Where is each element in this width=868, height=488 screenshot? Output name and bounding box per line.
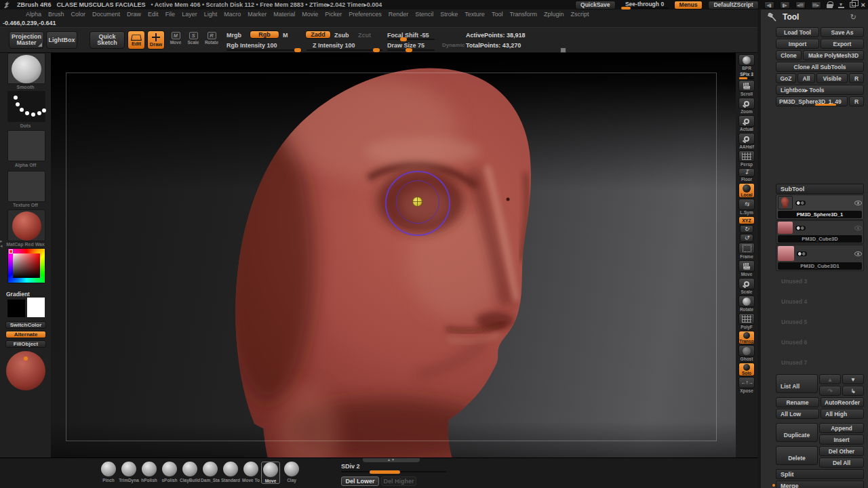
subtool-1-toggle-icon[interactable]: [795, 201, 806, 205]
sdiv-slider-label[interactable]: SDiv 2: [341, 463, 360, 470]
tool-restore-icon[interactable]: ↻: [850, 13, 856, 22]
duplicate-button[interactable]: Duplicate: [776, 423, 818, 442]
material-thumbnail[interactable]: [7, 209, 45, 241]
subtool-1-thumbnail[interactable]: [778, 196, 793, 209]
lightbox-tools-button[interactable]: Lightbox▸ Tools: [776, 85, 864, 95]
menu-edit[interactable]: Edit: [148, 11, 159, 18]
goz-all-button[interactable]: All: [797, 73, 815, 83]
del-other-button[interactable]: Del Other: [819, 446, 864, 456]
merge-section-header[interactable]: Merge: [776, 481, 864, 488]
rename-button[interactable]: Rename: [776, 397, 819, 407]
brush-spolish[interactable]: sPolish: [160, 462, 179, 483]
menu-light[interactable]: Light: [204, 11, 218, 18]
menu-layer[interactable]: Layer: [182, 11, 197, 18]
z-intensity-slider[interactable]: [307, 49, 382, 51]
color-picker-square[interactable]: [13, 253, 40, 278]
clone-all-subtools-button[interactable]: Clone All SubTools: [776, 62, 864, 72]
alternate-button[interactable]: Alternate: [5, 331, 46, 338]
brush-pinch[interactable]: Pinch: [99, 462, 118, 483]
subtool-down-button[interactable]: ▼: [842, 374, 864, 384]
scroll-button[interactable]: Scroll: [738, 80, 755, 97]
solo-button[interactable]: Solo: [738, 363, 755, 376]
switch-color-button[interactable]: SwitchColor: [5, 321, 46, 329]
menu-render[interactable]: Render: [389, 11, 409, 18]
scale-3d-button[interactable]: Scale: [738, 278, 755, 295]
frame-button[interactable]: Frame: [738, 243, 755, 260]
minimize-icon[interactable]: ▾: [838, 2, 844, 8]
subtool-moveup-duplicate-button[interactable]: ↷: [819, 386, 841, 396]
z-intensity-slider-label[interactable]: Z Intensity 100: [313, 42, 355, 49]
menu-brush[interactable]: Brush: [48, 11, 64, 18]
xyz-button[interactable]: XYZ: [738, 216, 755, 224]
menu-picker[interactable]: Picker: [325, 11, 342, 18]
rgb-intensity-slider-label[interactable]: Rgb Intensity 100: [226, 42, 277, 49]
focal-shift-slider-label[interactable]: Focal Shift -55: [387, 32, 429, 39]
rotate-3d-button[interactable]: Rotate: [738, 296, 755, 312]
export-button[interactable]: Export: [821, 39, 864, 49]
quicksave-button[interactable]: QuickSave: [575, 1, 615, 9]
restore-icon[interactable]: [850, 2, 856, 7]
del-all-button[interactable]: Del All: [819, 458, 864, 468]
insert-button[interactable]: Insert: [819, 434, 864, 445]
m-button[interactable]: M: [283, 32, 288, 39]
main-color-swatch[interactable]: [7, 299, 26, 318]
left-tray-divider-handle[interactable]: ▸◂: [0, 239, 5, 248]
focal-shift-slider[interactable]: [387, 39, 435, 40]
split-section-header[interactable]: Split: [776, 469, 864, 479]
current-tool-preview[interactable]: [6, 351, 45, 390]
menu-zplugin[interactable]: Zplugin: [544, 11, 564, 18]
rgb-intensity-slider[interactable]: [226, 49, 302, 51]
brush-damstandard[interactable]: Dam_Sta: [201, 462, 220, 483]
autoreorder-button[interactable]: AutoReorder: [821, 397, 864, 407]
subtool-row-2[interactable]: PM3D_Cube3D: [776, 220, 864, 244]
subtool-3-toggle-icon[interactable]: [797, 251, 807, 256]
subtool-1-eye-icon[interactable]: [854, 201, 862, 205]
menu-texture[interactable]: Texture: [465, 11, 485, 18]
goz-visible-button[interactable]: Visible: [816, 73, 848, 83]
menu-draw[interactable]: Draw: [127, 11, 141, 18]
transp-button[interactable]: Transp: [738, 331, 755, 344]
del-lower-button[interactable]: Del Lower: [341, 476, 379, 486]
texture-thumbnail[interactable]: [7, 171, 45, 202]
zsub-button[interactable]: Zsub: [334, 32, 349, 39]
menu-marker[interactable]: Marker: [248, 11, 267, 18]
bottom-tray-divider-handle[interactable]: ▲▼: [363, 458, 420, 462]
right-tray-expand-icon[interactable]: ▮▸: [780, 1, 790, 9]
spix-slider[interactable]: SPix 3: [739, 72, 754, 79]
goz-r-button[interactable]: R: [849, 73, 864, 83]
brush-move-selected[interactable]: Move: [261, 462, 280, 484]
secondary-color-swatch[interactable]: [26, 297, 45, 318]
clone-button[interactable]: Clone: [776, 50, 802, 60]
load-tool-button[interactable]: Load Tool: [776, 27, 819, 37]
menu-alpha[interactable]: Alpha: [26, 11, 41, 18]
edit-button[interactable]: Edit: [127, 30, 145, 49]
xpose-button[interactable]: ←↑→ Xpose: [738, 377, 755, 394]
menu-preferences[interactable]: Preferences: [349, 11, 382, 18]
aahalf-button[interactable]: AAHalf: [738, 133, 755, 150]
menu-stroke[interactable]: Stroke: [440, 11, 458, 18]
fill-object-button[interactable]: FillObject: [5, 340, 46, 348]
goz-button[interactable]: GoZ: [776, 73, 796, 83]
subtool-row-1[interactable]: PM3D_Sphere3D_1: [776, 195, 864, 220]
delete-button[interactable]: Delete: [776, 446, 818, 465]
dynamic-toggle[interactable]: Dynamic: [442, 42, 465, 48]
spin-ccw-button[interactable]: ↺: [740, 234, 753, 242]
subtool-3-thumbnail[interactable]: [778, 246, 794, 261]
mrgb-button[interactable]: Mrgb: [226, 32, 241, 39]
next-layout-icon[interactable]: ▤▸: [811, 1, 821, 9]
default-zscript-button[interactable]: DefaultZScript: [708, 1, 758, 9]
menu-color[interactable]: Color: [71, 11, 86, 18]
tool-r-button[interactable]: R: [849, 96, 864, 106]
menu-material[interactable]: Material: [273, 11, 295, 18]
brush-movetopological[interactable]: Move To: [241, 462, 260, 483]
persp-button[interactable]: Persp: [738, 150, 755, 167]
quick-sketch-button[interactable]: Quick Sketch: [90, 31, 125, 49]
subtool-3-eye-icon[interactable]: [854, 251, 862, 256]
ghost-button[interactable]: Ghost: [738, 345, 755, 362]
zoom-button[interactable]: Zoom: [738, 98, 755, 115]
menu-zscript[interactable]: Zscript: [571, 11, 589, 18]
prev-layout-icon[interactable]: ◂▤: [795, 1, 806, 9]
subtool-up-button[interactable]: ▲: [819, 374, 841, 384]
rgb-button[interactable]: Rgb: [250, 30, 279, 39]
menu-macro[interactable]: Macro: [224, 11, 241, 18]
